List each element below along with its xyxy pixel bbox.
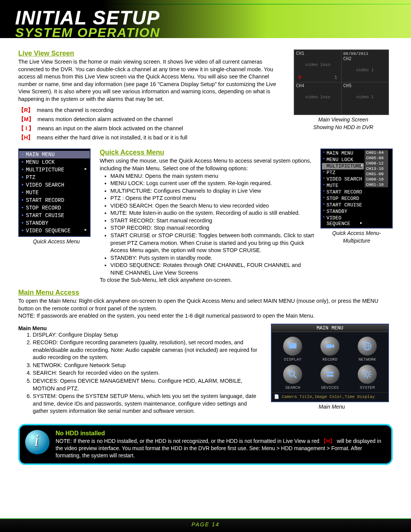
mm-li-4: DEVICES: Opens DEVICE MANAGEMENT Menu. C… — [33, 377, 263, 392]
thumb-loss4: video loss — [296, 95, 339, 99]
qam-item-mainmenu: MAIN MENU — [19, 151, 90, 158]
svg-rect-9 — [327, 372, 333, 374]
mm-li-3: SEARCH: Search for recorded video on the… — [33, 369, 263, 377]
live-thumb-caption1: Main Viewing Screen — [294, 117, 393, 123]
note-title: No HDD installed — [56, 430, 384, 437]
mm-li-0: DISPLAY: Configure Display Setup — [33, 331, 263, 339]
qam-item-menulock: MENU LOCK — [19, 158, 90, 166]
header-bar: INITIAL SETUP SYSTEM OPERATION — [0, 0, 411, 38]
thumb-date: 06/09/2011 — [343, 51, 368, 56]
svg-rect-0 — [289, 343, 296, 348]
legend-i-txt: means an input on the alarm block activa… — [37, 125, 183, 131]
svg-line-8 — [294, 375, 296, 378]
quick-access-heading: Quick Access Menu — [100, 149, 315, 157]
legend-h-sym: 【H】 — [18, 134, 33, 141]
quick-access-intro: When using the mouse, use the Quick Acce… — [100, 157, 315, 172]
thumb-ch2: CH2 — [343, 56, 352, 62]
svg-point-7 — [289, 371, 295, 376]
qa-b10: VIDEO SEQUENCE: Rotates through ONE CHAN… — [110, 262, 315, 276]
qr-6: START RECORD — [322, 189, 364, 195]
legend-m-sym: 【M】 — [18, 116, 34, 122]
no-hdd-note: No HDD installed NOTE: If there is no HD… — [18, 424, 393, 465]
qam-item-stoprec: STOP RECORD — [19, 204, 90, 212]
qa-b6: START RECORD: Start manual recording — [110, 217, 315, 225]
mm-item-search: SEARCH — [283, 365, 302, 390]
qr-2: MULTIPICTURE — [322, 163, 364, 169]
thumb-one: 1 — [335, 75, 337, 80]
qam-item-videoseq: VIDEO SEQUENCE — [19, 227, 90, 235]
note-body: NOTE: If there is no HDD installed, or t… — [56, 438, 384, 459]
qa-b8: START CRUISE or STOP CRUISE: Toggles bet… — [110, 232, 315, 254]
main-menu-list: DISPLAY: Configure Display Setup RECORD:… — [31, 331, 263, 415]
qam-item-startcruise: START CRUISE — [19, 212, 90, 219]
legend-r-txt: means the channel is recording — [37, 107, 114, 113]
main-menu-para2: NOTE: If passwords are enabled on the sy… — [18, 312, 393, 320]
live-view-thumbnail: CH1video lossH1 06/09/2011CH2video l CH4… — [294, 50, 389, 115]
page-subtitle: SYSTEM OPERATION — [15, 25, 160, 40]
mm-item-display: DISPLAY — [283, 337, 302, 362]
qam-item-videosearch: VIDEO SEARCH — [19, 181, 90, 189]
main-menu-caption: Main Menu — [271, 404, 393, 410]
qr-1: MENU LOCK — [322, 157, 364, 163]
mm-li-1: RECORD: Configure recording parameters (… — [33, 339, 263, 361]
svg-marker-3 — [331, 344, 334, 348]
quick-access-bullets: MAIN MENU: Opens the main system menu ME… — [110, 173, 315, 277]
thumb-h-icon: H — [298, 75, 301, 80]
qs-4: CH01-09 — [365, 171, 388, 177]
page-number: PAGE 14 — [191, 521, 219, 527]
mm-item-devices: DEVICES — [320, 365, 339, 390]
live-view-para: The Live View Screen is the home or main… — [18, 58, 286, 103]
legend-r-sym: 【R】 — [18, 107, 33, 113]
qa-b2: MULTIPICTURE: Configures Channels to dis… — [110, 187, 315, 195]
page-body: Live View Screen The Live View Screen is… — [0, 38, 411, 465]
svg-line-18 — [369, 371, 370, 372]
qa-b9: STANDBY: Puts system in standby mode. — [110, 254, 315, 262]
qr-3: PTZ — [322, 169, 364, 176]
qr-9: STANDBY — [322, 208, 364, 215]
qr-4: VIDEO SEARCH — [322, 176, 364, 182]
thumb-loss5: video l — [343, 95, 387, 99]
page-footer: PAGE 14 — [0, 518, 411, 532]
network-icon — [358, 337, 377, 356]
thumb-loss2: video l — [343, 68, 387, 72]
qam-right-caption1: Quick Access Menu- — [320, 230, 393, 236]
legend-m-txt: means motion detection alarm activated o… — [37, 116, 172, 122]
mm-thumb-footer: 📄 Camera Title,Image Color,Time Display — [272, 392, 388, 401]
thumb-loss1: video loss — [296, 62, 339, 67]
header-stripe — [0, 4, 411, 5]
qs-6: CH01-16 — [365, 182, 388, 187]
qa-b1: MENU LOCK: Logs current user off the sys… — [110, 180, 315, 187]
mm-item-record: RECORD — [320, 337, 339, 362]
mm-item-network: NETWORK — [358, 337, 377, 362]
display-icon — [283, 337, 302, 356]
live-view-heading: Live View Screen — [18, 50, 286, 58]
qa-b3: PTZ : Opens the PTZ control menu — [110, 195, 315, 202]
thumb-ch1: CH1 — [296, 51, 304, 56]
svg-line-16 — [364, 371, 365, 372]
thumb-ch5: CH5 — [343, 83, 352, 89]
icon-legend: 【R】 means the channel is recording 【M】 m… — [18, 107, 286, 141]
qs-0: CH01-04 — [365, 150, 388, 155]
qam-left-caption: Quick Access Menu — [18, 238, 94, 244]
live-thumb-caption2: Showing No HDD in DVR — [294, 124, 393, 130]
qa-b4: VIDEO SEARCH: Open the Search Menu to vi… — [110, 202, 315, 210]
qam-item-startrec: START RECORD — [19, 197, 90, 204]
main-menu-para1: To open the Main Menu: Right-click anywh… — [18, 297, 393, 312]
svg-rect-10 — [327, 375, 333, 377]
search-icon — [283, 365, 302, 384]
main-menu-heading: Main Menu Access — [18, 289, 393, 297]
qam-item-ptz: PTZ — [19, 174, 90, 181]
qs-5: CH08-16 — [365, 177, 388, 182]
qr-5: MUTE — [322, 182, 364, 189]
qa-b0: MAIN MENU: Opens the main system menu — [110, 173, 315, 180]
qam-item-mute: MUTE — [19, 189, 90, 197]
quick-access-menu-thumb: MAIN MENU MENU LOCK MULTIPICTURE PTZ VID… — [18, 149, 91, 237]
legend-h-txt: means either the hard drive is not insta… — [37, 134, 188, 141]
info-icon — [25, 430, 49, 454]
svg-rect-2 — [326, 344, 331, 348]
qam-multipicture-thumb: MAIN MENU MENU LOCK MULTIPICTURE PTZ VID… — [320, 149, 393, 228]
mm-li-2: NETWORK: Configure Network Setup — [33, 362, 263, 369]
mm-thumb-title: MAIN MENU — [272, 324, 388, 332]
qr-10: VIDEO SEQUENCE▶ — [322, 215, 364, 227]
svg-line-19 — [364, 376, 365, 377]
